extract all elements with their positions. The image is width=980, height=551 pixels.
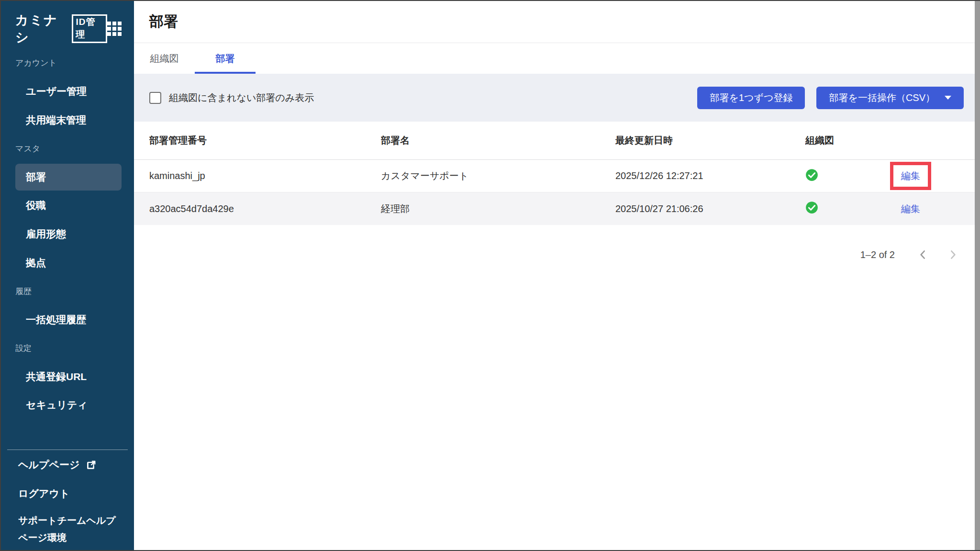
column-header-dept-name: 部署名 [381, 134, 615, 147]
sidebar-item-locations[interactable]: 拠点 [1, 248, 134, 277]
scrollbar[interactable] [975, 1, 980, 550]
table-header-row: 部署管理番号 部署名 最終更新日時 組織図 [134, 122, 980, 160]
register-department-button[interactable]: 部署を1つずつ登録 [697, 87, 805, 109]
check-circle-icon [805, 169, 818, 181]
edit-link[interactable]: 編集 [901, 169, 920, 182]
edit-cell: 編集 [877, 202, 944, 215]
filter-bar: 組織図に含まれない部署のみ表示 部署を1つずつ登録 部署を一括操作（CSV） [134, 74, 980, 122]
bulk-operation-label: 部署を一括操作（CSV） [829, 91, 935, 104]
dept-id-cell: kaminashi_jp [149, 170, 381, 181]
help-page-label: ヘルプページ [18, 458, 79, 472]
sidebar: カミナシ ID管理 アカウント ユーザー管理 共用端末管理 マスタ 部署 役職 … [1, 1, 134, 550]
sidebar-item-logout[interactable]: ログアウト [1, 479, 134, 508]
sidebar-item-help-page[interactable]: ヘルプページ [1, 450, 134, 479]
sidebar-item-support-env[interactable]: サポートチームヘルプページ環境 [1, 508, 134, 550]
sidebar-item-departments[interactable]: 部署 [15, 164, 122, 191]
filter-actions: 部署を1つずつ登録 部署を一括操作（CSV） [697, 87, 964, 109]
sidebar-item-employment-types[interactable]: 雇用形態 [1, 220, 134, 248]
org-chart-filter-label[interactable]: 組織図に含まれない部署のみ表示 [169, 91, 314, 104]
dept-name-cell: 経理部 [381, 202, 615, 215]
dropdown-caret-icon [945, 96, 951, 100]
sidebar-section-master: マスタ [1, 135, 134, 163]
brand-logo[interactable]: カミナシ [15, 11, 68, 46]
apps-grid-icon[interactable] [107, 22, 122, 36]
check-circle-icon [805, 201, 818, 214]
tabs: 組織図 部署 [134, 43, 980, 74]
page-title: 部署 [149, 12, 178, 32]
main-content: 部署 組織図 部署 組織図に含まれない部署のみ表示 部署を1つずつ登録 部署を一… [134, 1, 980, 550]
dept-name-cell: カスタマーサポート [381, 169, 615, 182]
dept-id-cell: a320ac54d7da429e [149, 203, 381, 214]
pagination-range-label: 1–2 of 2 [860, 249, 895, 260]
sidebar-section-account: アカウント [1, 49, 134, 78]
org-chart-status-cell [805, 169, 877, 184]
logo-row: カミナシ ID管理 [1, 14, 134, 43]
column-header-last-updated: 最終更新日時 [615, 134, 805, 147]
annotation-highlight-box: 編集 [890, 162, 931, 190]
sidebar-section-settings: 設定 [1, 334, 134, 362]
next-page-button[interactable] [945, 247, 961, 263]
sidebar-section-history: 履歴 [1, 277, 134, 305]
org-chart-filter-checkbox[interactable] [149, 92, 161, 104]
department-table: 部署管理番号 部署名 最終更新日時 組織図 kaminashi_jp カスタマー… [134, 122, 980, 225]
sidebar-divider [7, 450, 128, 450]
tab-departments[interactable]: 部署 [195, 43, 256, 74]
sidebar-item-shared-device-management[interactable]: 共用端末管理 [1, 106, 134, 135]
table-row: kaminashi_jp カスタマーサポート 2025/12/26 12:27:… [134, 160, 980, 192]
sidebar-item-positions[interactable]: 役職 [1, 191, 134, 220]
previous-page-button[interactable] [915, 247, 931, 263]
tab-org-chart[interactable]: 組織図 [134, 43, 195, 74]
column-header-dept-id: 部署管理番号 [149, 134, 381, 147]
edit-link[interactable]: 編集 [901, 202, 920, 215]
pagination: 1–2 of 2 [134, 238, 980, 271]
sidebar-item-batch-history[interactable]: 一括処理履歴 [1, 305, 134, 334]
last-updated-cell: 2025/12/26 12:27:21 [615, 170, 805, 181]
bulk-operation-csv-button[interactable]: 部署を一括操作（CSV） [816, 87, 964, 109]
app-window: カミナシ ID管理 アカウント ユーザー管理 共用端末管理 マスタ 部署 役職 … [0, 0, 980, 551]
sidebar-footer: ヘルプページ ログアウト サポートチームヘルプページ環境 [1, 450, 134, 550]
table-row: a320ac54d7da429e 経理部 2025/10/27 21:06:26… [134, 192, 980, 225]
last-updated-cell: 2025/10/27 21:06:26 [615, 203, 805, 214]
column-header-org-chart: 組織図 [805, 134, 877, 147]
brand-badge: ID管理 [72, 14, 107, 43]
sidebar-item-security[interactable]: セキュリティ [1, 391, 134, 419]
page-header: 部署 [134, 1, 980, 43]
sidebar-item-common-registration-url[interactable]: 共通登録URL [1, 362, 134, 391]
org-chart-status-cell [805, 201, 877, 216]
edit-cell: 編集 [877, 162, 944, 190]
external-link-icon [86, 460, 97, 470]
sidebar-item-user-management[interactable]: ユーザー管理 [1, 78, 134, 106]
